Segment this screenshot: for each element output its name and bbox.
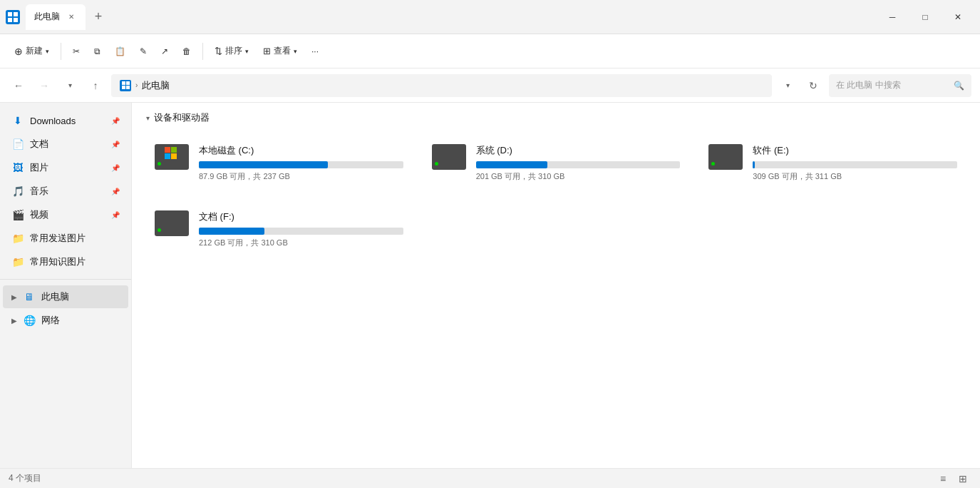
drive-bar-container-c bbox=[199, 161, 403, 168]
delete-button[interactable]: 🗑 bbox=[177, 40, 197, 63]
app-icon bbox=[6, 10, 20, 24]
maximize-button[interactable]: □ bbox=[909, 6, 942, 29]
pin-icon: 📌 bbox=[111, 141, 120, 148]
new-icon: ⊕ bbox=[14, 46, 23, 57]
close-button[interactable]: ✕ bbox=[942, 6, 974, 29]
drive-name-e: 软件 (E:) bbox=[753, 144, 957, 157]
paste-button[interactable]: 📋 bbox=[109, 40, 131, 63]
drive-card-d[interactable]: 系统 (D:) 201 GB 可用，共 310 GB bbox=[423, 136, 689, 190]
title-bar: 此电脑 ✕ + ─ □ ✕ bbox=[0, 0, 980, 34]
minimize-button[interactable]: ─ bbox=[876, 6, 909, 29]
search-icon: 🔍 bbox=[954, 81, 964, 91]
sidebar-item-label: 视频 bbox=[30, 208, 105, 221]
path-separator: › bbox=[135, 81, 138, 89]
sidebar-item-downloads[interactable]: ⬇ Downloads 📌 bbox=[3, 109, 128, 132]
sidebar-item-label: 音乐 bbox=[30, 185, 105, 198]
rename-icon: ✎ bbox=[140, 46, 147, 56]
drive-icon-f bbox=[155, 210, 190, 239]
share-button[interactable]: ↗ bbox=[155, 40, 174, 63]
up-button[interactable]: ↑ bbox=[86, 76, 105, 96]
sort-button[interactable]: ⇅ 排序 ▾ bbox=[209, 40, 254, 63]
rename-button[interactable]: ✎ bbox=[134, 40, 153, 63]
address-path[interactable]: › 此电脑 bbox=[111, 74, 772, 97]
drive-space-c: 87.9 GB 可用，共 237 GB bbox=[199, 171, 403, 182]
address-dropdown-button[interactable]: ▾ bbox=[778, 76, 798, 96]
svg-rect-0 bbox=[8, 12, 12, 16]
grid-view-button[interactable]: ⊞ bbox=[954, 470, 971, 487]
svg-rect-1 bbox=[14, 12, 18, 16]
new-chevron-icon: ▾ bbox=[46, 48, 49, 55]
delete-icon: 🗑 bbox=[182, 46, 191, 56]
drive-card-f[interactable]: 文档 (F:) 212 GB 可用，共 310 GB bbox=[146, 202, 412, 257]
sidebar-item-documents[interactable]: 📄 文档 📌 bbox=[3, 133, 128, 156]
drive-bar-fill-d bbox=[476, 161, 547, 168]
list-view-button[interactable]: ≡ bbox=[934, 470, 951, 487]
drive-name-f: 文档 (F:) bbox=[199, 210, 403, 223]
sidebar: ⬇ Downloads 📌 📄 文档 📌 🖼 图片 📌 🎵 音乐 📌 🎬 视频 … bbox=[0, 103, 132, 468]
sidebar-item-label: Downloads bbox=[30, 116, 105, 126]
tab-close-button[interactable]: ✕ bbox=[66, 11, 77, 23]
pin-icon: 📌 bbox=[111, 117, 120, 125]
drive-card-c[interactable]: 本地磁盘 (C:) 87.9 GB 可用，共 237 GB bbox=[146, 136, 412, 190]
sidebar-item-label: 常用发送图片 bbox=[30, 232, 120, 245]
sidebar-item-network[interactable]: ▶ 🌐 网络 bbox=[3, 309, 128, 332]
drive-bar-fill-c bbox=[199, 161, 328, 168]
share-icon: ↗ bbox=[161, 46, 168, 56]
forward-button: → bbox=[34, 76, 54, 96]
sidebar-item-this-pc[interactable]: ▶ 🖥 此电脑 bbox=[3, 285, 128, 308]
view-button[interactable]: ⊞ 查看 ▾ bbox=[257, 40, 303, 63]
section-title: 设备和驱动器 bbox=[154, 111, 210, 124]
more-button[interactable]: ··· bbox=[306, 40, 324, 63]
content-area: ▾ 设备和驱动器 bbox=[132, 103, 980, 468]
view-icon: ⊞ bbox=[263, 46, 271, 56]
path-text: 此电脑 bbox=[142, 79, 170, 92]
drive-icon-d bbox=[432, 144, 468, 173]
drives-grid: 本地磁盘 (C:) 87.9 GB 可用，共 237 GB 系统 (D:) bbox=[146, 136, 966, 190]
drive-space-e: 309 GB 可用，共 311 GB bbox=[753, 171, 957, 182]
sidebar-divider bbox=[0, 279, 131, 280]
drive-bar-fill-e bbox=[753, 161, 755, 168]
active-tab[interactable]: 此电脑 ✕ bbox=[26, 4, 86, 30]
more-icon: ··· bbox=[311, 46, 319, 56]
sidebar-item-send-pictures[interactable]: 📁 常用发送图片 bbox=[3, 227, 128, 250]
view-label: 查看 bbox=[274, 45, 291, 57]
svg-rect-7 bbox=[126, 86, 130, 89]
sidebar-item-music[interactable]: 🎵 音乐 📌 bbox=[3, 180, 128, 203]
sidebar-item-knowledge-pictures[interactable]: 📁 常用知识图片 bbox=[3, 250, 128, 273]
sidebar-item-videos[interactable]: 🎬 视频 📌 bbox=[3, 203, 128, 226]
copy-button[interactable]: ⧉ bbox=[88, 40, 106, 63]
drives-grid-row2: 文档 (F:) 212 GB 可用，共 310 GB bbox=[146, 202, 966, 257]
windows-logo-icon bbox=[165, 147, 177, 160]
folder-icon: 📁 bbox=[11, 255, 24, 268]
drive-bar-fill-f bbox=[199, 228, 264, 235]
search-placeholder: 在 此电脑 中搜索 bbox=[836, 79, 901, 91]
new-tab-button[interactable]: + bbox=[88, 7, 108, 27]
main-layout: ⬇ Downloads 📌 📄 文档 📌 🖼 图片 📌 🎵 音乐 📌 🎬 视频 … bbox=[0, 103, 980, 468]
drive-led bbox=[711, 162, 715, 166]
music-icon: 🎵 bbox=[11, 185, 24, 198]
sidebar-item-pictures[interactable]: 🖼 图片 📌 bbox=[3, 156, 128, 179]
drive-card-e[interactable]: 软件 (E:) 309 GB 可用，共 311 GB bbox=[700, 136, 966, 190]
paste-icon: 📋 bbox=[115, 46, 125, 56]
drive-bar-container-f bbox=[199, 228, 403, 235]
section-chevron-icon[interactable]: ▾ bbox=[146, 114, 150, 122]
svg-rect-2 bbox=[8, 18, 12, 22]
pin-icon: 📌 bbox=[111, 211, 120, 219]
pin-icon: 📌 bbox=[111, 164, 120, 172]
new-button[interactable]: ⊕ 新建 ▾ bbox=[9, 40, 55, 63]
svg-rect-10 bbox=[165, 153, 170, 159]
sort-chevron-icon: ▾ bbox=[245, 48, 249, 55]
drive-bar-container-e bbox=[753, 161, 957, 168]
sidebar-item-label: 文档 bbox=[30, 138, 105, 151]
drive-name-d: 系统 (D:) bbox=[476, 144, 681, 157]
pc-icon bbox=[120, 80, 131, 91]
svg-rect-5 bbox=[126, 81, 130, 85]
svg-rect-11 bbox=[171, 153, 177, 159]
new-label: 新建 bbox=[26, 45, 43, 57]
cut-button[interactable]: ✂ bbox=[67, 40, 86, 63]
recent-button[interactable]: ▾ bbox=[60, 76, 80, 96]
back-button[interactable]: ← bbox=[9, 76, 29, 96]
separator-1 bbox=[61, 43, 61, 60]
refresh-button[interactable]: ↻ bbox=[803, 76, 823, 96]
search-box[interactable]: 在 此电脑 中搜索 🔍 bbox=[829, 74, 971, 97]
